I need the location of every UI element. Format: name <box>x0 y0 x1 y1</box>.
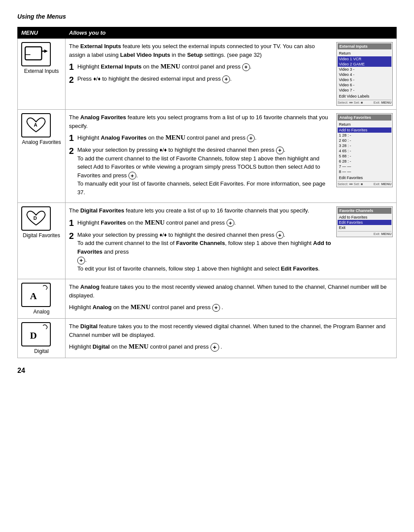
col2-header: Allows you to <box>66 27 397 39</box>
analog-favorites-screenshot: Analog Favorites Return Add to Favorites… <box>336 113 393 187</box>
analog-desc2: Highlight Analog on the MENU control pan… <box>69 302 393 312</box>
heart-d-icon-box: D <box>21 206 51 231</box>
digital-letter-icon: D <box>22 323 52 347</box>
external-inputs-screenshot: External Inputs Return Video 1 VCR Video… <box>336 42 393 106</box>
step-1: 1 Highlight External Inputs on the MENU … <box>69 62 332 72</box>
heart-a-icon: A <box>24 116 48 134</box>
digital-menu-cell: D Digital <box>18 319 66 358</box>
external-inputs-desc: The External Inputs feature lets you sel… <box>69 42 332 59</box>
digital-desc1: The Digital feature takes you to the mos… <box>69 322 393 339</box>
digital-label: Digital <box>21 348 62 354</box>
digital-favorites-screenshot: Favorite Channels Add to Favorites Edit … <box>336 206 393 237</box>
digital-content: The Digital feature takes you to the mos… <box>66 319 397 358</box>
svg-marker-2 <box>44 49 48 53</box>
analog-icon-box: A <box>21 283 51 307</box>
analog-favorites-desc: The Analog Favorites feature lets you se… <box>69 113 332 130</box>
svg-text:A: A <box>30 290 37 301</box>
table-row: A Analog Favorites The Analog Favorites … <box>18 110 397 203</box>
analog-desc1: The Analog feature takes you to the most… <box>69 283 393 300</box>
svg-text:D: D <box>30 330 37 341</box>
digital-favorites-menu-cell: D Digital Favorites <box>18 203 66 279</box>
table-row: A Analog The Analog feature takes you to… <box>18 279 397 319</box>
table-row: D Digital The Digital feature takes you … <box>18 319 397 358</box>
digital-desc2: Highlight Digital on the MENU control pa… <box>69 342 393 352</box>
analog-label: Analog <box>21 309 62 315</box>
digital-favorites-content: The Digital Favorites feature lets you c… <box>66 203 397 279</box>
step-2: 2 Press ♦/♦ to highlight the desired ext… <box>69 75 332 85</box>
heart-a-icon-box: A <box>21 113 51 137</box>
svg-rect-0 <box>25 47 42 60</box>
external-inputs-label: External Inputs <box>21 68 62 74</box>
external-inputs-menu-cell: External Inputs <box>18 39 66 110</box>
main-table: MENU Allows you to External Inputs <box>17 27 397 358</box>
digital-favorites-desc: The Digital Favorites feature lets you c… <box>69 206 332 215</box>
external-input-icon-box <box>21 42 51 66</box>
digital-favorites-label: Digital Favorites <box>21 232 62 238</box>
heart-d-icon: D <box>24 209 48 228</box>
analog-content: The Analog feature takes you to the most… <box>66 279 397 319</box>
analog-favorites-label: Analog Favorites <box>21 139 62 145</box>
analog-letter-icon: A <box>22 284 52 308</box>
col1-header: MENU <box>18 27 66 39</box>
external-input-icon <box>24 45 48 63</box>
digital-icon-box: D <box>21 322 51 346</box>
step-2: 2 Make your selection by pressing ♦/♦ to… <box>69 146 332 196</box>
step-1: 1 Highlight Favorites on the MENU contro… <box>69 218 332 228</box>
page-title: Using the Menus <box>17 13 397 20</box>
analog-favorites-content: The Analog Favorites feature lets you se… <box>66 110 397 203</box>
table-row: External Inputs The External Inputs feat… <box>18 39 397 110</box>
svg-text:A: A <box>34 122 37 127</box>
table-row: D Digital Favorites The Digital Favorite… <box>18 203 397 279</box>
step-1: 1 Highlight Analog Favorites on the MENU… <box>69 133 332 143</box>
page-number: 24 <box>17 367 397 375</box>
analog-favorites-menu-cell: A Analog Favorites <box>18 110 66 203</box>
step-2: 2 Make your selection by pressing ♦/♦ to… <box>69 231 332 273</box>
external-inputs-content: The External Inputs feature lets you sel… <box>66 39 397 110</box>
svg-text:D: D <box>33 215 37 221</box>
analog-menu-cell: A Analog <box>18 279 66 319</box>
